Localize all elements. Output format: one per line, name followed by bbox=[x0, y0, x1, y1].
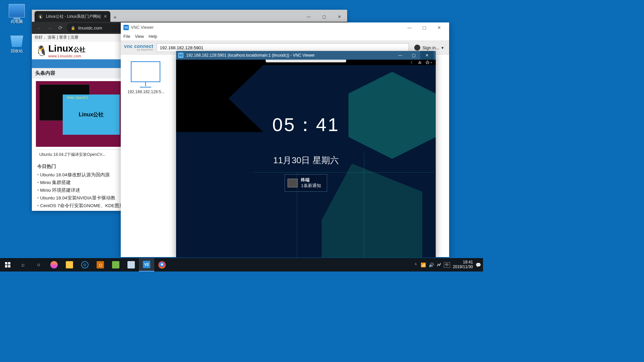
notification-title: 终端 bbox=[301, 177, 321, 183]
desktop-icon-this-pc[interactable]: 此电脑 bbox=[4, 4, 30, 24]
opencv-window: Linux公社 bbox=[63, 95, 120, 135]
desktop-icon-recycle-bin[interactable]: 回收站 bbox=[4, 34, 30, 54]
window-title: 192.168.182.128:5901 (localhost.localdom… bbox=[186, 53, 315, 58]
connection-tile[interactable]: 192.168.182.128:5... bbox=[127, 61, 164, 250]
vnc-connect-logo: vnc connect by RealVNC bbox=[124, 44, 153, 51]
ie-button[interactable]: e bbox=[77, 258, 93, 272]
vnc-icon: V2 bbox=[143, 261, 150, 268]
close-button[interactable]: ✕ bbox=[332, 12, 347, 22]
start-button[interactable] bbox=[0, 258, 15, 272]
pix-icon bbox=[112, 261, 119, 268]
penguin-icon: 🐧 bbox=[35, 45, 48, 57]
chrome-button[interactable] bbox=[154, 258, 170, 272]
terminal-icon bbox=[287, 179, 298, 187]
lock-screen-clock: 05：41 bbox=[272, 112, 340, 138]
svg-rect-1 bbox=[8, 262, 10, 264]
back-button[interactable]: ← bbox=[35, 23, 43, 32]
site-logo[interactable]: 🐧 Linux公社 www.Linuxidc.com bbox=[35, 43, 86, 58]
svg-rect-3 bbox=[8, 265, 10, 267]
vmware-button[interactable]: ▢ bbox=[93, 258, 108, 272]
file-explorer-button[interactable] bbox=[62, 258, 77, 272]
vmware-icon: ▢ bbox=[97, 261, 104, 268]
titlebar[interactable]: V2 VNC Viewer — ▢ ✕ bbox=[121, 22, 449, 33]
ie-icon: e bbox=[81, 261, 89, 268]
svg-rect-2 bbox=[5, 265, 7, 267]
vnc-toolbar-handle[interactable] bbox=[266, 60, 346, 62]
cortana-button[interactable]: ○ bbox=[31, 258, 46, 272]
network-icon[interactable]: 🖧 bbox=[418, 60, 422, 64]
close-icon[interactable]: ✕ bbox=[104, 14, 107, 19]
lock-screen-date: 11月30日 星期六 bbox=[273, 155, 338, 166]
chrome-icon bbox=[158, 261, 166, 268]
sign-in-button[interactable]: Sign in... ▾ bbox=[412, 45, 446, 51]
power-icon[interactable]: ⏻ ▾ bbox=[426, 60, 432, 64]
maximize-button[interactable]: ▢ bbox=[407, 51, 420, 60]
menu-bar: File View Help bbox=[121, 33, 449, 41]
reload-button[interactable]: ⟳ bbox=[56, 23, 65, 32]
chrome-tab-strip: 🐧 Linux公社 - Linux系统门户网站 ✕ ＋ — ▢ ✕ bbox=[32, 10, 347, 22]
chevron-down-icon: ▾ bbox=[441, 45, 444, 50]
notepad-icon bbox=[127, 261, 135, 268]
connection-label: 192.168.182.128:5... bbox=[127, 89, 164, 94]
folder-icon bbox=[66, 261, 73, 268]
close-button[interactable]: ✕ bbox=[432, 23, 446, 32]
svg-rect-0 bbox=[5, 262, 7, 264]
chrome-tab[interactable]: 🐧 Linux公社 - Linux系统门户网站 ✕ bbox=[35, 11, 110, 22]
tab-title: Linux公社 - Linux系统门户网站 bbox=[46, 14, 101, 19]
remote-desktop[interactable]: ☾ 🖧 ⏻ ▾ 05：41 11月30日 星期六 终端 1条新通知 bbox=[176, 60, 436, 257]
vnc-viewer-button[interactable]: V2 bbox=[139, 258, 154, 272]
address-text: linuxidc.com bbox=[78, 25, 102, 31]
night-icon[interactable]: ☾ bbox=[411, 60, 414, 65]
tray-chevron-up-icon[interactable]: ＾ bbox=[414, 262, 418, 268]
minimize-button[interactable]: — bbox=[393, 51, 407, 60]
lock-icon: 🔒 bbox=[71, 26, 75, 30]
taskbar: ⌕ ○ e ▢ V2 ＾ 📶 🔊 🗲 中 18:41 2019/11/30 💬 bbox=[0, 258, 483, 272]
minimize-button[interactable]: — bbox=[402, 23, 417, 32]
action-center-icon[interactable]: 💬 bbox=[476, 262, 481, 267]
wifi-icon[interactable]: 📶 bbox=[421, 262, 426, 267]
ime-indicator[interactable]: 中 bbox=[444, 262, 450, 268]
menu-file[interactable]: File bbox=[123, 34, 130, 39]
battery-icon[interactable]: 🗲 bbox=[437, 262, 441, 267]
computer-icon bbox=[9, 4, 25, 17]
maximize-button[interactable]: ▢ bbox=[316, 12, 332, 22]
avatar-icon bbox=[414, 45, 420, 51]
desktop-icon-label: 回收站 bbox=[11, 49, 23, 53]
pix-button[interactable] bbox=[108, 258, 123, 272]
recycle-bin-icon bbox=[9, 34, 25, 47]
headline-caption[interactable]: Ubuntu 18.04.2下编译安装OpenCV... bbox=[39, 152, 105, 158]
notification-card[interactable]: 终端 1条新通知 bbox=[284, 174, 327, 192]
notification-body: 1条新通知 bbox=[301, 183, 321, 189]
vnc-icon: V2 bbox=[178, 53, 183, 58]
firefox-button[interactable] bbox=[46, 258, 62, 272]
notepad-button[interactable] bbox=[123, 258, 139, 272]
desktop-icon-label: 此电脑 bbox=[11, 19, 23, 24]
firefox-icon bbox=[50, 261, 58, 268]
search-button[interactable]: ⌕ bbox=[15, 258, 31, 272]
maximize-button[interactable]: ▢ bbox=[417, 23, 432, 32]
menu-view[interactable]: View bbox=[135, 34, 144, 39]
window-title: VNC Viewer bbox=[131, 25, 154, 30]
minimize-button[interactable]: — bbox=[301, 12, 316, 22]
volume-icon[interactable]: 🔊 bbox=[429, 262, 434, 267]
forward-button[interactable]: → bbox=[45, 23, 54, 32]
new-tab-button[interactable]: ＋ bbox=[110, 12, 120, 22]
vnc-icon: V2 bbox=[123, 25, 129, 30]
system-tray: ＾ 📶 🔊 🗲 中 18:41 2019/11/30 💬 bbox=[412, 260, 483, 269]
monitor-icon bbox=[131, 61, 160, 82]
penguin-icon: 🐧 bbox=[38, 14, 43, 19]
close-button[interactable]: ✕ bbox=[420, 51, 434, 60]
menu-help[interactable]: Help bbox=[149, 34, 157, 39]
titlebar[interactable]: V2 192.168.182.128:5901 (localhost.local… bbox=[176, 51, 436, 60]
gnome-top-bar: ☾ 🖧 ⏻ ▾ bbox=[176, 60, 436, 65]
vnc-session-window: V2 192.168.182.128:5901 (localhost.local… bbox=[176, 51, 436, 257]
taskbar-clock[interactable]: 18:41 2019/11/30 bbox=[453, 260, 473, 269]
